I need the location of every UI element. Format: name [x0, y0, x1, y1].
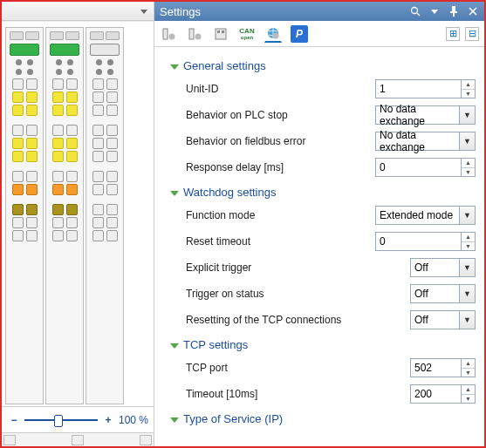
svg-point-15 [273, 33, 279, 39]
hardware-view-pane: − + 100 % [2, 2, 154, 446]
setting-label: Trigger on status [186, 288, 403, 300]
svg-rect-7 [163, 29, 168, 39]
reset-tcp-select[interactable]: Off [410, 310, 460, 329]
spinner-buttons[interactable]: ▲▼ [462, 232, 476, 251]
dropdown-icon[interactable]: ▼ [460, 284, 476, 303]
hardware-toolbar [2, 2, 154, 21]
p-icon[interactable]: P [291, 25, 308, 43]
group-title: Type of Service (IP) [183, 412, 283, 425]
status-led-icon [90, 44, 120, 56]
svg-point-0 [412, 8, 418, 14]
close-icon[interactable] [467, 5, 479, 17]
chevron-down-icon[interactable] [428, 5, 441, 17]
zoom-value: 100 % [119, 414, 148, 426]
reset-timeout-input[interactable]: 0 [375, 232, 462, 251]
collapse-all-button[interactable]: ⊟ [465, 27, 479, 41]
spinner-buttons[interactable]: ▲▼ [462, 158, 476, 177]
setting-label: Resetting of the TCP connections [186, 314, 403, 326]
svg-rect-13 [222, 31, 224, 33]
expand-all-button[interactable]: ⊞ [446, 27, 460, 41]
io-slot[interactable] [45, 27, 84, 404]
spinner-buttons[interactable]: ▲▼ [462, 358, 476, 377]
collapse-icon [170, 343, 179, 349]
group-title: Watchdog settings [183, 186, 276, 199]
plc-stop-select[interactable]: No data exchange [375, 105, 460, 125]
svg-point-10 [195, 33, 202, 39]
can-icon[interactable]: CANopen [238, 25, 256, 43]
group-tcp[interactable]: TCP settings [170, 338, 476, 351]
settings-panel: Settings CANopen P ⊞ ⊟ [154, 2, 484, 446]
group-watchdog[interactable]: Watchdog settings [170, 186, 476, 199]
setting-label: Behavior on PLC stop [186, 109, 368, 121]
spinner-buttons[interactable]: ▲▼ [462, 79, 476, 98]
setting-label: Unit-ID [186, 83, 368, 95]
setting-label: Behavior on fieldbus error [186, 135, 368, 147]
svg-rect-12 [217, 31, 220, 33]
group-general[interactable]: General settings [170, 59, 476, 72]
dropdown-icon[interactable]: ▼ [460, 310, 476, 329]
group-title: TCP settings [183, 338, 248, 351]
svg-rect-11 [216, 29, 226, 39]
svg-line-1 [417, 13, 420, 16]
setting-label: Explicit trigger [186, 261, 403, 274]
group-title: General settings [183, 59, 266, 72]
dropdown-icon[interactable]: ▼ [460, 132, 476, 151]
scroll-grip-icon[interactable] [140, 435, 152, 445]
collapse-icon [170, 64, 179, 70]
module-config-icon[interactable] [186, 25, 203, 43]
io-slot[interactable] [86, 27, 124, 404]
io-icon[interactable] [212, 25, 229, 43]
svg-rect-9 [189, 29, 194, 39]
search-icon[interactable] [409, 5, 421, 17]
svg-rect-4 [453, 13, 455, 17]
tcp-timeout-input[interactable]: 200 [410, 384, 462, 404]
dropdown-icon[interactable]: ▼ [460, 258, 476, 277]
unit-id-input[interactable]: 1 [375, 79, 462, 98]
pin-icon[interactable] [448, 5, 460, 17]
setting-label: Response delay [ms] [186, 161, 368, 173]
scroll-left-button[interactable] [3, 435, 16, 445]
setting-label: Function mode [186, 209, 368, 221]
status-led-icon [50, 44, 79, 56]
settings-titlebar: Settings [154, 2, 484, 21]
globe-icon[interactable] [264, 25, 282, 43]
zoom-out-button[interactable]: − [7, 414, 21, 426]
zoom-bar: − + 100 % [2, 406, 154, 432]
io-slot[interactable] [5, 27, 44, 404]
svg-rect-3 [450, 11, 457, 13]
settings-scroll-area[interactable]: General settings Unit-ID 1▲▼ Behavior on… [154, 47, 484, 446]
dropdown-icon[interactable]: ▼ [460, 105, 476, 125]
zoom-slider[interactable] [24, 419, 98, 421]
svg-rect-2 [452, 6, 455, 11]
panel-title: Settings [160, 5, 201, 18]
group-tos[interactable]: Type of Service (IP) [170, 412, 476, 425]
zoom-in-button[interactable]: + [101, 414, 115, 426]
collapse-icon [170, 417, 179, 423]
tcp-port-input[interactable]: 502 [410, 358, 462, 377]
spinner-buttons[interactable]: ▲▼ [462, 384, 476, 404]
status-led-icon [10, 44, 39, 56]
horizontal-scrollbar[interactable] [2, 432, 154, 446]
collapse-icon [170, 191, 179, 196]
explicit-trigger-select[interactable]: Off [410, 258, 460, 277]
fieldbus-error-select[interactable]: No data exchange [375, 132, 460, 151]
module-settings-icon[interactable] [160, 25, 177, 43]
module-rack-view[interactable] [2, 21, 154, 406]
dropdown-icon[interactable]: ▼ [460, 206, 476, 225]
response-delay-input[interactable]: 0 [375, 158, 462, 177]
toolbar-dropdown-icon[interactable] [138, 5, 150, 17]
trigger-status-select[interactable]: Off [410, 284, 460, 303]
settings-tabbar: CANopen P ⊞ ⊟ [154, 21, 484, 47]
setting-label: Timeout [10ms] [186, 388, 403, 400]
scroll-right-button[interactable] [72, 435, 84, 445]
function-mode-select[interactable]: Extended mode [375, 206, 460, 225]
setting-label: TCP port [186, 362, 403, 374]
setting-label: Reset timeout [186, 235, 368, 248]
svg-point-8 [169, 33, 175, 39]
